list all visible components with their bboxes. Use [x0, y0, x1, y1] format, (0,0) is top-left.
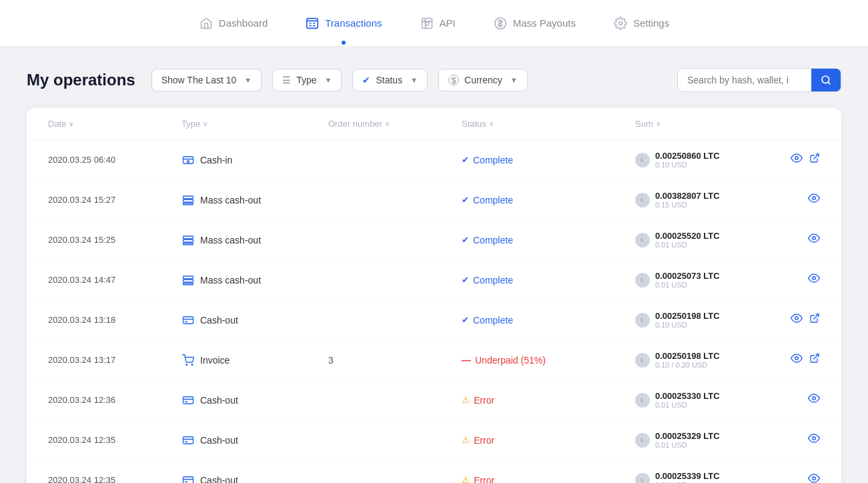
status-text: Error — [474, 475, 494, 484]
nav-transactions[interactable]: Transactions — [302, 11, 384, 36]
view-icon[interactable] — [791, 312, 803, 328]
sum-usd: 0.10 USD — [655, 161, 720, 169]
type-dropdown[interactable]: ☰ Type ▼ — [272, 69, 342, 91]
cell-actions — [791, 352, 820, 368]
show-last-dropdown[interactable]: Show The Last 10 ▼ — [151, 69, 262, 91]
cell-sum: Ł 0.00382807 LTC 0.15 USD — [635, 191, 820, 209]
external-link-icon[interactable] — [809, 153, 820, 167]
svg-point-22 — [795, 317, 799, 320]
cell-type: Mass cash-out — [181, 233, 328, 247]
table-row: 2020.03.25 06:40 Cash-in ✔Complete Ł 0.0… — [27, 140, 841, 180]
cell-actions — [808, 272, 820, 288]
transactions-icon — [305, 16, 320, 31]
cell-sum: Ł 0.00025329 LTC 0.01 USD — [635, 431, 820, 449]
cell-sum: Ł 0.00250198 LTC 0.10 / 0.20 USD — [635, 351, 820, 369]
sum-values: 0.00025073 LTC 0.01 USD — [655, 271, 720, 289]
search-input[interactable] — [678, 69, 811, 91]
svg-rect-9 — [183, 196, 193, 199]
status-dropdown[interactable]: ✔ Status ▼ — [352, 69, 428, 91]
type-label: Cash-out — [200, 315, 238, 326]
cell-actions — [808, 232, 820, 248]
cell-date: 2020.03.24 12:35 — [48, 475, 181, 483]
view-icon[interactable] — [791, 152, 803, 167]
type-icon — [181, 474, 195, 484]
cell-order: 3 — [328, 355, 462, 366]
type-icon — [181, 233, 195, 247]
table-row: 2020.03.24 12:36 Cash-out ⚠Error Ł 0.000… — [27, 380, 841, 420]
type-label: Mass cash-out — [200, 275, 261, 286]
search-button[interactable] — [811, 69, 841, 91]
sum-values: 0.00250860 LTC 0.10 USD — [655, 151, 720, 169]
nav-settings-label: Settings — [633, 17, 669, 29]
external-link-icon[interactable] — [809, 353, 820, 367]
cell-type: Mass cash-out — [181, 193, 328, 207]
ltc-icon: Ł — [635, 313, 650, 328]
svg-point-20 — [813, 277, 816, 280]
sum-ltc: 0.00025073 LTC — [655, 271, 720, 281]
sort-order-icon[interactable]: ∨ — [385, 120, 390, 127]
view-icon[interactable] — [808, 192, 820, 207]
cell-sum: Ł 0.00025339 LTC 0.01 USD — [635, 471, 820, 483]
table-header: Date ∨ Type ∨ Order number ∨ Status ∨ Su… — [27, 108, 841, 140]
svg-rect-14 — [183, 239, 193, 242]
view-icon[interactable] — [808, 232, 820, 248]
cell-status: ✔Complete — [462, 155, 635, 165]
warning-icon: ⚠ — [462, 395, 470, 405]
status-text: Error — [474, 435, 494, 446]
svg-rect-30 — [183, 436, 193, 444]
sort-date-icon[interactable]: ∨ — [69, 120, 73, 127]
cell-type: Cash-out — [181, 314, 328, 327]
currency-dropdown[interactable]: $ Currency ▼ — [438, 69, 528, 91]
search-container — [677, 68, 841, 92]
api-icon — [420, 16, 434, 31]
table-row: 2020.03.24 12:35 Cash-out ⚠Error Ł 0.000… — [27, 460, 841, 483]
cell-sum: Ł 0.00025520 LTC 0.01 USD — [635, 231, 820, 249]
svg-rect-17 — [183, 276, 193, 279]
nav-dashboard[interactable]: Dashboard — [196, 11, 270, 36]
cell-date: 2020.03.24 12:36 — [48, 395, 181, 405]
nav-settings[interactable]: Settings — [610, 11, 672, 36]
view-icon[interactable] — [808, 472, 820, 483]
search-icon — [821, 75, 831, 85]
cell-sum: Ł 0.00025330 LTC 0.01 USD — [635, 391, 820, 409]
svg-rect-19 — [183, 283, 193, 284]
cell-date: 2020.03.24 14:47 — [48, 275, 181, 285]
table-body: 2020.03.25 06:40 Cash-in ✔Complete Ł 0.0… — [27, 140, 841, 483]
sum-values: 0.00250198 LTC 0.10 USD — [655, 311, 720, 329]
cell-date: 2020.03.24 15:25 — [48, 235, 181, 245]
cell-status: ✔Complete — [462, 235, 635, 246]
check-icon: ✔ — [462, 315, 469, 325]
cell-date: 2020.03.24 12:35 — [48, 435, 181, 445]
type-icon — [181, 394, 195, 407]
cell-date: 2020.03.25 06:40 — [48, 155, 181, 165]
cell-date: 2020.03.24 15:27 — [48, 195, 181, 205]
view-icon[interactable] — [808, 272, 820, 288]
nav-api[interactable]: API — [417, 11, 458, 36]
ltc-icon: Ł — [635, 153, 650, 167]
ltc-icon: Ł — [635, 433, 650, 448]
svg-rect-15 — [183, 243, 193, 244]
check-circle-icon: ✔ — [362, 75, 370, 85]
sum-ltc: 0.00025339 LTC — [655, 471, 720, 481]
check-icon: ✔ — [462, 235, 469, 245]
nav-mass-payouts[interactable]: Mass Payouts — [490, 11, 578, 36]
table-row: 2020.03.24 12:35 Cash-out ⚠Error Ł 0.000… — [27, 420, 841, 460]
sort-type-icon[interactable]: ∨ — [203, 120, 207, 127]
view-icon[interactable] — [808, 392, 820, 408]
chevron-down-icon: ▼ — [244, 76, 252, 84]
cell-sum: Ł 0.00025073 LTC 0.01 USD — [635, 271, 820, 289]
svg-point-12 — [813, 197, 816, 200]
sort-sum-icon[interactable]: ∨ — [656, 120, 661, 127]
sort-status-icon[interactable]: ∨ — [489, 120, 494, 127]
sum-ltc: 0.00250198 LTC — [655, 351, 720, 361]
svg-point-26 — [795, 357, 799, 360]
svg-point-29 — [813, 397, 816, 400]
sum-values: 0.00025330 LTC 0.01 USD — [655, 391, 720, 409]
sum-usd: 0.01 USD — [655, 281, 720, 289]
view-icon[interactable] — [791, 352, 803, 368]
cell-type: Cash-in — [181, 153, 328, 167]
sum-values: 0.00025520 LTC 0.01 USD — [655, 231, 720, 249]
view-icon[interactable] — [808, 432, 820, 448]
cell-status: ⚠Error — [462, 395, 635, 406]
external-link-icon[interactable] — [809, 313, 820, 327]
